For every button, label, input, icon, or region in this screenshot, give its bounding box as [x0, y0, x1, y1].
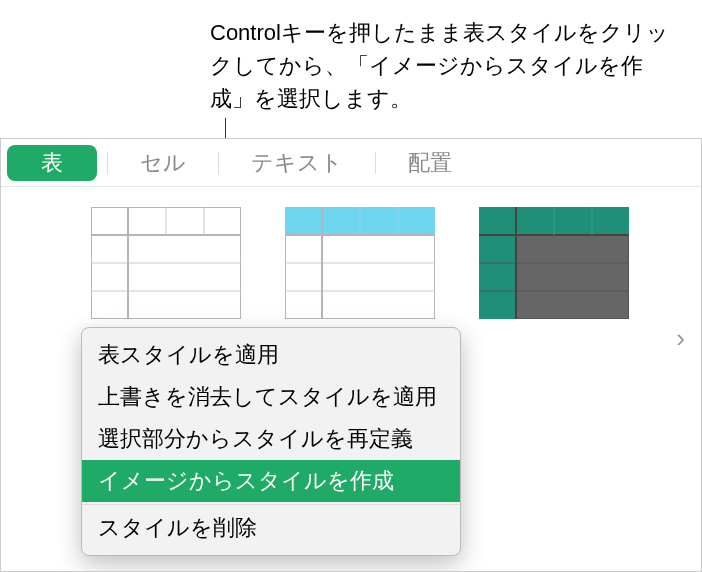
tab-arrange[interactable]: 配置 — [386, 145, 474, 181]
context-menu: 表スタイルを適用 上書きを消去してスタイルを適用 選択部分からスタイルを再定義 … — [81, 327, 461, 556]
table-style-thumb-1[interactable] — [91, 207, 241, 319]
table-styles-area: › 表スタイルを適用 上書きを消去してスタイルを適用 選択部分からスタイルを再定… — [1, 187, 701, 489]
tab-separator — [107, 152, 108, 174]
tab-separator — [375, 152, 376, 174]
tab-bar: 表 セル テキスト 配置 — [1, 139, 701, 187]
menu-redefine-from-selection[interactable]: 選択部分からスタイルを再定義 — [82, 418, 460, 460]
tab-cell[interactable]: セル — [118, 145, 208, 181]
svg-rect-17 — [479, 235, 516, 319]
menu-clear-apply[interactable]: 上書きを消去してスタイルを適用 — [82, 376, 460, 418]
menu-create-from-image[interactable]: イメージからスタイルを作成 — [82, 460, 460, 502]
table-style-thumb-3[interactable] — [479, 207, 629, 319]
menu-separator — [82, 504, 460, 505]
menu-apply-style[interactable]: 表スタイルを適用 — [82, 334, 460, 376]
tab-text[interactable]: テキスト — [229, 145, 365, 181]
format-panel: 表 セル テキスト 配置 — [0, 138, 702, 572]
next-page-arrow-icon[interactable]: › — [676, 323, 685, 354]
callout-text: Controlキーを押したまま表スタイルをクリックしてから、「イメージからスタイ… — [210, 16, 680, 115]
tab-table[interactable]: 表 — [7, 145, 97, 181]
table-style-thumb-2[interactable] — [285, 207, 435, 319]
menu-delete-style[interactable]: スタイルを削除 — [82, 507, 460, 549]
tab-separator — [218, 152, 219, 174]
